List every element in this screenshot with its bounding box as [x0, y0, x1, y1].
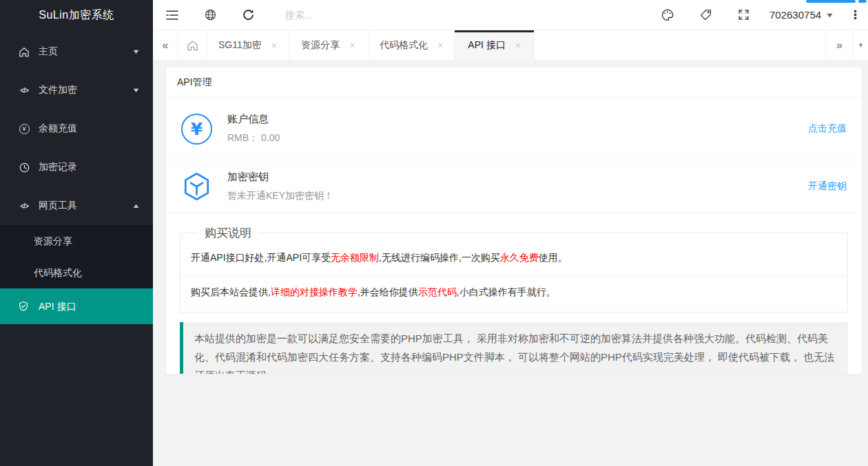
loading-progress-peg: [858, 0, 867, 3]
sidebar-item-label: 文件加密: [39, 84, 77, 96]
card-title: API管理: [166, 67, 862, 98]
search-input[interactable]: [285, 10, 430, 21]
account-info-row: ¥ 账户信息 RMB： 0.00 点击充值: [166, 98, 862, 160]
tab-api[interactable]: API 接口 ×: [455, 30, 535, 60]
close-icon[interactable]: ×: [515, 40, 521, 51]
key-title: 加密密钥: [227, 171, 333, 184]
open-key-link[interactable]: 开通密钥: [808, 180, 847, 193]
purchase-line-1: 开通API接口好处,开通API可享受无余额限制,无线进行编码操作,一次购买永久免…: [191, 251, 837, 264]
tab-code-format[interactable]: 代码格式化 ×: [369, 30, 455, 60]
close-icon[interactable]: ×: [437, 40, 443, 51]
recharge-link[interactable]: 点击充值: [808, 123, 847, 135]
key-info-row: 加密密钥 暂未开通KEY加密密钥！ 开通密钥: [166, 160, 862, 213]
product-description-quote: 本站提供的加密是一款可以满足您安全需要的PHP加密工具， 采用非对称加密和不可逆…: [180, 322, 848, 374]
yen-circle-icon: ¥: [181, 114, 212, 145]
code-icon: </>: [18, 202, 30, 210]
sidebar-item-home[interactable]: 主页 ▼: [0, 32, 153, 71]
shield-check-icon: [18, 301, 30, 312]
account-balance: RMB： 0.00: [227, 132, 280, 145]
account-title: 账户信息: [227, 113, 280, 126]
home-tab[interactable]: [178, 30, 207, 60]
sidebar-item-web-tools[interactable]: </> 网页工具 ▲: [0, 187, 153, 225]
tab-resource-share[interactable]: 资源分享 ×: [289, 30, 369, 60]
purchase-line-2: 购买后本站会提供,详细的对接操作教学,并会给你提供示范代码,小白式操作有手就行。: [191, 285, 837, 299]
sidebar-item-label: 网页工具: [39, 200, 77, 212]
account-texts: 账户信息 RMB： 0.00: [227, 113, 280, 145]
app-window: SuLin加密系统 主页 ▼ </> 文件加密 ▼ ¥ 余额充值: [0, 0, 868, 466]
yen-circle-icon: ¥: [18, 124, 30, 134]
content-area: API管理 ¥ 账户信息 RMB： 0.00 点击充值 加密密钥 暂未: [153, 61, 868, 466]
tab-label: 代码格式化: [380, 39, 428, 52]
loading-progress-bar: [806, 0, 856, 3]
sidebar-submenu: 资源分享 代码格式化 API 接口: [0, 225, 153, 324]
chevron-down-icon: ▼: [825, 12, 834, 19]
topbar: 702630754 ▼ ⋮: [153, 0, 868, 30]
home-icon: [187, 40, 198, 51]
sidebar: SuLin加密系统 主页 ▼ </> 文件加密 ▼ ¥ 余额充值: [0, 0, 153, 466]
clock-icon: [18, 162, 30, 173]
key-texts: 加密密钥 暂未开通KEY加密密钥！: [227, 171, 333, 202]
tag-icon[interactable]: [687, 0, 725, 30]
tab-label: SG11加密: [218, 39, 262, 52]
purchase-legend: 购买说明: [198, 225, 258, 241]
purchase-instructions: 购买说明 开通API接口好处,开通API可享受无余额限制,无线进行编码操作,一次…: [180, 225, 848, 313]
sidebar-item-label: 加密记录: [39, 161, 77, 173]
username-text: 702630754: [769, 9, 821, 21]
tabbar-right: » ▾: [825, 30, 868, 60]
balance-label: RMB：: [227, 132, 258, 143]
sidebar-item-resource-share[interactable]: 资源分享: [0, 225, 153, 257]
close-icon[interactable]: ×: [271, 40, 277, 51]
more-menu-icon[interactable]: ⋮: [840, 8, 868, 22]
user-menu[interactable]: 702630754 ▼: [763, 9, 840, 21]
menu-fold-icon[interactable]: [153, 0, 192, 30]
divider: [180, 276, 847, 277]
tab-sg11[interactable]: SG11加密 ×: [207, 30, 289, 60]
tabs-scroll-left-icon[interactable]: «: [153, 30, 178, 60]
sidebar-item-code-format[interactable]: 代码格式化: [0, 257, 153, 288]
sidebar-item-api[interactable]: API 接口: [0, 288, 153, 324]
sidebar-item-recharge[interactable]: ¥ 余额充值: [0, 109, 153, 148]
sidebar-item-label: 余额充值: [39, 123, 77, 135]
tab-label: 资源分享: [301, 39, 340, 52]
key-subtitle: 暂未开通KEY加密密钥！: [227, 190, 333, 202]
tabs-scroll-right-icon[interactable]: »: [825, 30, 853, 60]
balance-value: 0.00: [261, 132, 280, 143]
close-icon[interactable]: ×: [349, 40, 355, 51]
sidebar-item-label: 主页: [39, 45, 58, 58]
fullscreen-icon[interactable]: [725, 0, 763, 30]
sidebar-item-file-encrypt[interactable]: </> 文件加密 ▼: [0, 71, 153, 109]
palette-icon[interactable]: [648, 0, 687, 30]
globe-icon[interactable]: [192, 0, 229, 30]
chevron-down-icon: ▼: [132, 87, 140, 94]
chevron-down-icon: ▼: [132, 48, 140, 55]
chevron-up-icon: ▲: [132, 202, 140, 209]
code-icon: </>: [18, 87, 30, 94]
tab-label: API 接口: [468, 39, 505, 52]
api-card: API管理 ¥ 账户信息 RMB： 0.00 点击充值 加密密钥 暂未: [165, 67, 862, 374]
sidebar-nav: 主页 ▼ </> 文件加密 ▼ ¥ 余额充值 加密记录 </> 网页工具: [0, 30, 153, 324]
tabbar: « SG11加密 × 资源分享 × 代码格式化 × API 接口 × »: [153, 30, 868, 61]
topbar-right: 702630754 ▼ ⋮: [648, 0, 868, 30]
app-logo: SuLin加密系统: [0, 0, 153, 30]
cube-icon: [181, 171, 212, 202]
sidebar-item-records[interactable]: 加密记录: [0, 148, 153, 187]
main-area: 702630754 ▼ ⋮ « SG11加密 × 资源分享 × 代码格式化: [153, 0, 868, 466]
refresh-icon[interactable]: [229, 0, 267, 30]
sidebar-item-label: API 接口: [39, 290, 76, 322]
home-icon: [18, 47, 30, 57]
tabs-dropdown-icon[interactable]: ▾: [853, 30, 868, 60]
